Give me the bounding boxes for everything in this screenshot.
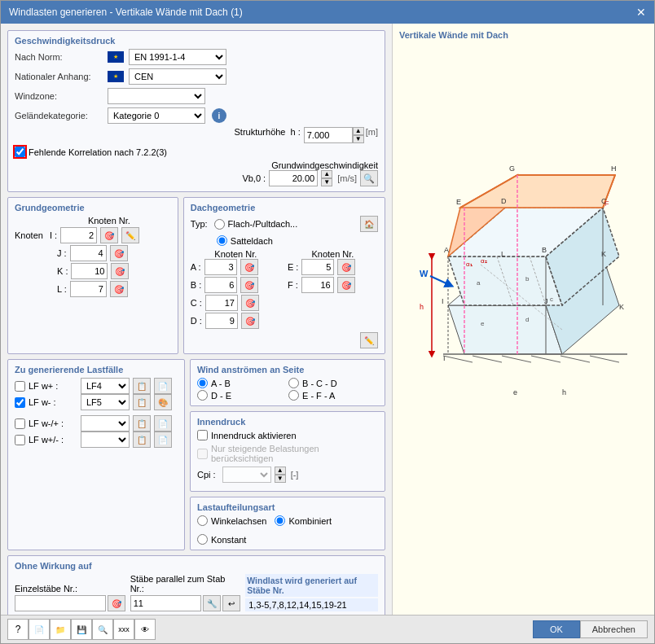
lfw-plus-select[interactable]: LF4 <box>81 378 130 394</box>
a-input[interactable] <box>204 259 237 275</box>
h-up-btn[interactable]: ▲ <box>353 127 364 135</box>
eye-icon-btn[interactable]: 👁 <box>134 619 156 640</box>
xxx-icon-btn[interactable]: xxx <box>113 619 134 640</box>
lfw-plus-minus-check[interactable] <box>15 435 25 445</box>
doc-icon-btn[interactable]: 📄 <box>29 619 50 640</box>
winkelachsen-label: Winkelachsen <box>211 516 266 526</box>
lfw-plus-check[interactable] <box>15 381 25 392</box>
vb0-down-btn[interactable]: ▼ <box>321 178 332 186</box>
b-pick-btn[interactable]: 🎯 <box>240 277 258 293</box>
a-pick-btn[interactable]: 🎯 <box>240 259 258 275</box>
kombiniert-radio[interactable] <box>275 515 285 526</box>
h-spinner[interactable]: ▲ ▼ <box>353 127 364 143</box>
gelaendekategorie-select[interactable]: Kategorie 0 <box>108 107 205 124</box>
svg-marker-1 <box>448 305 562 354</box>
parallel-input[interactable] <box>130 595 202 611</box>
satteldach-radio[interactable] <box>217 235 227 246</box>
einzelstaebe-pick-btn[interactable]: 🎯 <box>108 595 125 611</box>
lfw-plus-minus-select[interactable] <box>81 432 130 448</box>
konstant-radio[interactable] <box>197 534 208 545</box>
cen-flag-icon: ★ <box>108 71 124 82</box>
k-pick-btn[interactable]: 🎯 <box>111 263 129 279</box>
c-pick-btn[interactable]: 🎯 <box>241 295 259 311</box>
flach-radio[interactable] <box>214 219 225 230</box>
knoten-l-row: L : 🎯 <box>15 281 171 297</box>
winkelachsen-radio[interactable] <box>197 515 208 526</box>
help-icon-btn[interactable]: ? <box>7 619 29 640</box>
lfw-minus-plus-btn1[interactable]: 📋 <box>133 415 151 432</box>
ok-button[interactable]: OK <box>533 620 580 638</box>
lfw-plus-minus-btn2[interactable]: 📄 <box>154 432 172 448</box>
k-input[interactable] <box>71 263 108 279</box>
typ-row: Typ: Flach-/Pultdach... 🏠 <box>191 216 378 232</box>
j-pick-btn[interactable]: 🎯 <box>110 245 128 261</box>
d-pick-btn[interactable]: 🎯 <box>241 313 259 329</box>
lfw-plus-btn1[interactable]: 📋 <box>133 378 151 394</box>
parallel-pick-btn[interactable]: 🔧 <box>203 595 221 611</box>
lfw-plus-minus-btn1[interactable]: 📋 <box>133 432 151 448</box>
svg-text:d: d <box>525 316 529 323</box>
e-input[interactable] <box>301 259 334 275</box>
dach-right-col: E : 🎯 F : 🎯 <box>288 259 378 331</box>
nach-norm-select[interactable]: EN 1991-1-4 <box>129 49 226 65</box>
vb0-search-btn[interactable]: 🔍 <box>360 170 378 186</box>
steigende-check[interactable] <box>197 449 208 459</box>
i-input[interactable] <box>60 227 97 243</box>
save-icon-btn[interactable]: 💾 <box>71 619 92 640</box>
vb0-spinner[interactable]: ▲ ▼ <box>321 170 332 186</box>
right-panel: Vertikale Wände mit Dach <box>392 24 654 615</box>
knoten-nr-header: Knoten Nr. <box>47 216 171 226</box>
lfw-minus-select[interactable]: LF5 <box>81 394 130 410</box>
j-input[interactable] <box>70 245 107 261</box>
dach-edit-btn[interactable]: ✏️ <box>360 332 378 348</box>
c-input[interactable] <box>205 295 238 311</box>
dachgeometrie-section: Dachgeometrie Typ: Flach-/Pultdach... 🏠 … <box>183 197 385 354</box>
lfw-minus-btn1[interactable]: 📋 <box>133 394 151 410</box>
lfw-minus-btn2[interactable]: 🎨 <box>154 394 172 410</box>
lfw-minus-check[interactable] <box>15 397 25 408</box>
i-label: I : <box>50 230 57 240</box>
einzelstaebe-input[interactable] <box>15 595 106 611</box>
l-input[interactable] <box>70 281 107 297</box>
windzone-select[interactable] <box>108 88 205 104</box>
close-button[interactable]: ✕ <box>636 6 646 19</box>
i-edit-btn[interactable]: ✏️ <box>121 227 139 243</box>
grundgeometrie-section: Grundgeometrie Knoten Nr. Knoten I : 🎯 ✏… <box>7 197 178 354</box>
lfw-plus-btn2[interactable]: 📄 <box>154 378 172 394</box>
cancel-button[interactable]: Abbrechen <box>580 620 648 638</box>
lfw-plus-minus-label: LF w+/- : <box>29 435 77 445</box>
innendruck-check[interactable] <box>197 430 208 440</box>
d-input[interactable] <box>205 313 238 329</box>
b-input[interactable] <box>204 277 237 293</box>
dach-icon-btn[interactable]: 🏠 <box>360 216 378 232</box>
info-icon[interactable]: i <box>212 108 226 123</box>
window-title: Windlasten generieren - Vertikale Wände … <box>9 7 243 18</box>
de-radio[interactable] <box>197 390 208 401</box>
lfw-plus-row: LF w+ : LF4 📋 📄 <box>15 378 178 394</box>
l-pick-btn[interactable]: 🎯 <box>110 281 128 297</box>
vb0-unit: [m/s] <box>337 173 357 183</box>
efa-radio[interactable] <box>288 390 299 401</box>
ab-radio[interactable] <box>197 378 208 388</box>
search-icon-btn[interactable]: 🔍 <box>92 619 113 640</box>
f-input[interactable] <box>301 277 334 293</box>
h-down-btn[interactable]: ▼ <box>353 135 364 143</box>
parallel-reset-btn[interactable]: ↩ <box>222 595 240 611</box>
lfw-minus-plus-check[interactable] <box>15 418 25 429</box>
vb0-up-btn[interactable]: ▲ <box>321 170 332 178</box>
f-pick-btn[interactable]: 🎯 <box>337 277 355 293</box>
lfw-minus-plus-select[interactable] <box>81 415 130 432</box>
h-input[interactable] <box>304 127 353 143</box>
e-pick-btn[interactable]: 🎯 <box>337 259 355 275</box>
i-pick-btn[interactable]: 🎯 <box>100 227 118 243</box>
bcd-radio[interactable] <box>288 378 299 388</box>
dach-knoten-headers: Knoten Nr. Knoten Nr. <box>191 249 378 259</box>
folder-icon-btn[interactable]: 📁 <box>50 619 71 640</box>
nationaler-anhang-select[interactable]: CEN <box>129 68 226 85</box>
lfw-minus-plus-btn2[interactable]: 📄 <box>154 415 172 432</box>
vb0-input[interactable] <box>269 170 318 186</box>
lfw-minus-label: LF w- : <box>29 397 77 407</box>
fehlende-checkbox[interactable] <box>15 147 25 157</box>
cpi-select[interactable] <box>222 467 271 483</box>
lfw-plus-label: LF w+ : <box>29 381 77 391</box>
